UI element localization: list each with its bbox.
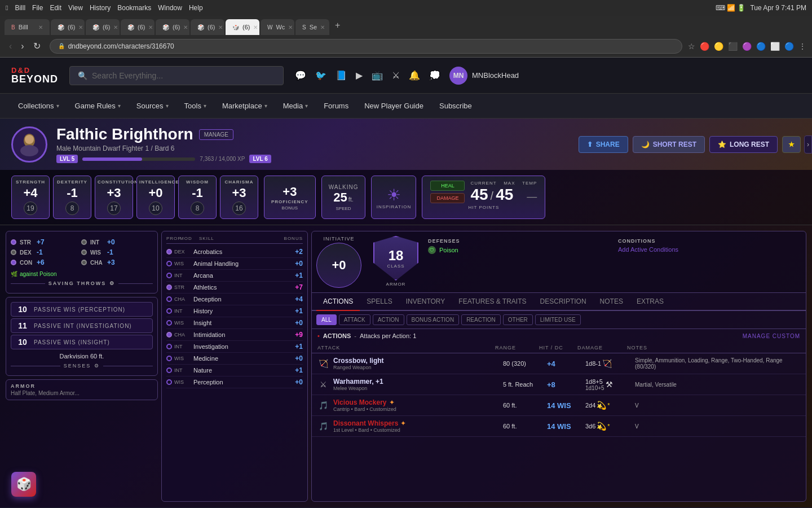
- filter-reaction[interactable]: REACTION: [461, 314, 501, 325]
- favorite-button[interactable]: ★: [782, 136, 801, 153]
- tab-close-wc[interactable]: ✕: [288, 24, 293, 30]
- tab-6-3[interactable]: 🎲 (6) ✕: [121, 19, 155, 35]
- tab-close-dnd[interactable]: ✕: [253, 24, 258, 30]
- ability-dexterity[interactable]: DEXTERITY -1 8: [53, 176, 91, 219]
- back-button[interactable]: ‹: [6, 40, 15, 52]
- tab-extras[interactable]: EXTRAS: [630, 293, 670, 311]
- tab-wc[interactable]: W Wc ✕: [261, 19, 294, 35]
- damage-button[interactable]: DAMAGE: [430, 193, 465, 203]
- menu-edit[interactable]: Edit: [50, 4, 61, 12]
- warhammer-name[interactable]: Warhammer, +1: [333, 378, 498, 386]
- heal-button[interactable]: HEAL: [430, 181, 465, 191]
- tab-6-4[interactable]: 🎲 (6) ✕: [156, 19, 189, 35]
- add-condition-button[interactable]: Add Active Conditions: [618, 246, 795, 253]
- tab-6-5[interactable]: 🎲 (6) ✕: [191, 19, 224, 35]
- skill-arcana[interactable]: INT Arcana +1: [166, 270, 303, 282]
- skill-acrobatics[interactable]: DEX Acrobatics +2: [166, 246, 303, 258]
- menu-help[interactable]: Help: [189, 4, 203, 12]
- manage-custom-button[interactable]: MANAGE CUSTOM: [743, 333, 800, 339]
- url-bar[interactable]: 🔒 dndbeyond.com/characters/316670: [50, 39, 682, 54]
- menu-bookmarks[interactable]: Bookmarks: [117, 4, 151, 12]
- nav-subscribe[interactable]: Subscribe: [433, 97, 479, 115]
- filter-limited-use[interactable]: LIMITED USE: [535, 314, 581, 325]
- tab-se[interactable]: S Se ✕: [295, 19, 329, 35]
- short-rest-button[interactable]: 🌙 SHORT REST: [633, 136, 705, 153]
- skill-athletics[interactable]: STR Athletics +7: [166, 282, 303, 294]
- tab-close-d4[interactable]: ✕: [183, 24, 188, 30]
- sidebar-toggle[interactable]: ›: [804, 135, 812, 154]
- forward-button[interactable]: ›: [17, 40, 27, 52]
- nav-sources[interactable]: Sources ▾: [130, 97, 175, 115]
- message-icon[interactable]: 💭: [429, 70, 440, 81]
- check-wis[interactable]: WIS -1: [81, 248, 149, 256]
- manage-button[interactable]: MANAGE: [199, 129, 233, 140]
- filter-bonus-action[interactable]: BONUS ACTION: [407, 314, 460, 325]
- notification-bell[interactable]: 🔔: [409, 70, 420, 81]
- tab-close-se[interactable]: ✕: [320, 24, 325, 30]
- nav-game-rules[interactable]: Game Rules ▾: [68, 97, 127, 115]
- tab-billl[interactable]: B Billl ✕: [5, 19, 50, 35]
- senses-settings-icon[interactable]: ⚙: [94, 363, 100, 369]
- reload-button[interactable]: ↻: [30, 40, 44, 52]
- youtube-icon[interactable]: ▶: [356, 70, 363, 81]
- check-con[interactable]: CON +6: [11, 259, 79, 266]
- nav-forums[interactable]: Forums: [317, 97, 355, 115]
- skill-intimidation[interactable]: CHA Intimidation +9: [166, 329, 303, 341]
- tab-6-1[interactable]: 🎲 (6) ✕: [51, 19, 85, 35]
- bookmark-icon[interactable]: ☆: [688, 42, 695, 51]
- ability-intelligence[interactable]: INTELLIGENCE +0 10: [136, 176, 175, 219]
- skill-animal-handling[interactable]: WIS Animal Handling +0: [166, 258, 303, 270]
- skill-history[interactable]: INT History +1: [166, 305, 303, 317]
- skill-nature[interactable]: INT Nature +1: [166, 365, 303, 376]
- filter-action[interactable]: ACTION: [373, 314, 404, 325]
- vicious-mockery-name[interactable]: Vicious Mockery: [333, 398, 387, 406]
- menu-history-sys[interactable]: History: [90, 4, 111, 12]
- skill-insight[interactable]: WIS Insight +0: [166, 317, 303, 329]
- new-tab-button[interactable]: +: [330, 20, 345, 30]
- skill-medicine[interactable]: WIS Medicine +0: [166, 353, 303, 365]
- filter-other[interactable]: OTHER: [503, 314, 533, 325]
- ability-constitution[interactable]: CONSTITUTION +3 17: [95, 176, 133, 219]
- settings-icon[interactable]: ⚙: [109, 281, 115, 286]
- filter-attack[interactable]: ATTACK: [339, 314, 370, 325]
- nav-media[interactable]: Media ▾: [276, 97, 315, 115]
- nav-collections[interactable]: Collections ▾: [11, 97, 66, 115]
- tab-actions[interactable]: ACTIONS: [316, 293, 360, 311]
- tab-close[interactable]: ✕: [38, 24, 43, 30]
- check-int[interactable]: INT +0: [81, 238, 149, 246]
- check-str[interactable]: STR +7: [11, 238, 79, 246]
- tab-close-d3[interactable]: ✕: [148, 24, 153, 30]
- long-rest-button[interactable]: ⭐ LONG REST: [709, 136, 778, 153]
- check-cha[interactable]: CHA +3: [81, 259, 149, 266]
- dissonant-whispers-name[interactable]: Dissonant Whispers: [333, 419, 398, 427]
- tab-description[interactable]: DESCRIPTION: [533, 293, 593, 311]
- share-button[interactable]: ⬆ SHARE: [579, 136, 628, 153]
- main-search[interactable]: 🔍 Search Everything...: [69, 66, 284, 85]
- menu-dots[interactable]: ⋮: [798, 42, 806, 51]
- tab-dnd-active[interactable]: 🎲 (6) ✕: [226, 19, 259, 35]
- skill-investigation[interactable]: INT Investigation +1: [166, 341, 303, 353]
- filter-all[interactable]: ALL: [316, 314, 337, 325]
- ability-strength[interactable]: STRENGTH +4 19: [11, 176, 50, 219]
- tab-notes[interactable]: NOTES: [593, 293, 630, 311]
- tab-spells[interactable]: SPELLS: [360, 293, 399, 311]
- ability-wisdom[interactable]: WISDOM -1 8: [178, 176, 217, 219]
- tab-inventory[interactable]: INVENTORY: [399, 293, 452, 311]
- tab-close-d1[interactable]: ✕: [78, 24, 83, 30]
- nav-new-player-guide[interactable]: New Player Guide: [358, 97, 430, 115]
- ability-charisma[interactable]: CHARISMA +3 16: [220, 176, 258, 219]
- tab-6-2[interactable]: 🎲 (6) ✕: [86, 19, 120, 35]
- twitter-icon[interactable]: 🐦: [315, 70, 326, 81]
- user-menu[interactable]: MN MNBlockHead: [449, 67, 519, 85]
- menu-file[interactable]: File: [32, 4, 43, 12]
- chat-icon[interactable]: 💬: [295, 70, 306, 81]
- menu-view[interactable]: View: [68, 4, 83, 12]
- tab-close-d2[interactable]: ✕: [113, 24, 118, 30]
- dice-roller-button[interactable]: 🎲: [11, 472, 36, 497]
- tab-features[interactable]: FEATURES & TRAITS: [452, 293, 533, 311]
- inspiration-box[interactable]: ☀ INSPIRATION: [371, 176, 416, 219]
- skill-deception[interactable]: CHA Deception +4: [166, 294, 303, 305]
- nav-tools[interactable]: Tools ▾: [178, 97, 213, 115]
- facebook-icon[interactable]: 📘: [336, 70, 347, 81]
- nav-marketplace[interactable]: Marketplace ▾: [215, 97, 274, 115]
